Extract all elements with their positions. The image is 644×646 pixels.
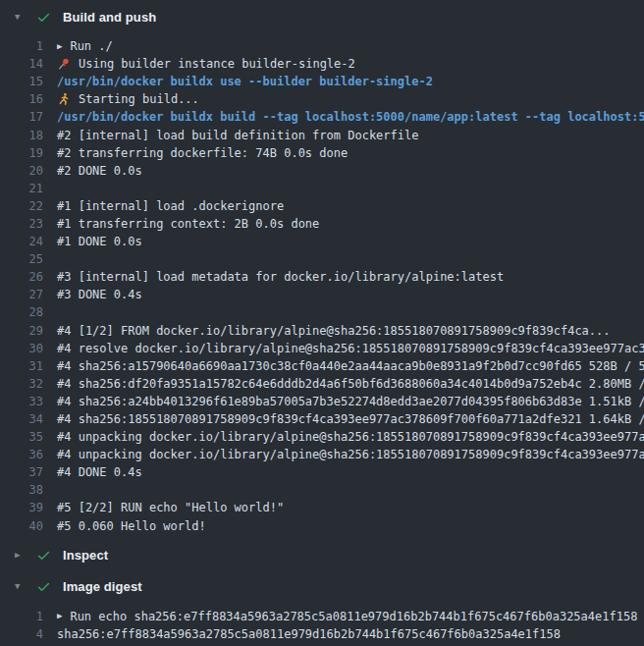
line-number[interactable]: 20 (0, 164, 43, 178)
section-header-build-and-push[interactable]: ▼Build and push (0, 6, 644, 27)
line-number[interactable]: 22 (0, 199, 43, 213)
line-number[interactable]: 27 (0, 288, 43, 301)
play-icon[interactable]: ▶ (57, 612, 62, 620)
log-line: 28 (0, 303, 644, 321)
line-content: #1 DONE 0.0s (57, 235, 142, 248)
line-number[interactable]: 21 (0, 182, 43, 195)
log-line: 31#4 sha256:a15790640a6690aa1730c38cf0a4… (0, 357, 644, 375)
log-line: 25 (0, 250, 644, 268)
line-number[interactable]: 32 (0, 377, 43, 391)
line-number[interactable]: 30 (0, 342, 43, 355)
log-text: #4 unpacking docker.io/library/alpine@sh… (57, 448, 644, 461)
log-text: #2 transferring dockerfile: 74B 0.0s don… (57, 146, 348, 160)
log-line: 39#5 [2/2] RUN echo "Hello world!" (0, 499, 644, 516)
log-line: 33#4 sha256:a24bb4013296f61e89ba57005a7b… (0, 393, 644, 410)
line-number[interactable]: 4 (0, 627, 43, 641)
log-line: 30#4 resolve docker.io/library/alpine@sh… (0, 340, 644, 357)
log-line: 27#3 DONE 0.4s (0, 286, 644, 303)
line-number[interactable]: 16 (0, 92, 43, 106)
line-content: #4 sha256:a24bb4013296f61e89ba57005a7b3e… (57, 395, 644, 408)
log-line: 40#5 0.060 Hello world! (0, 517, 644, 535)
section-header-image-digest[interactable]: ▼Image digest (0, 576, 644, 598)
line-number[interactable]: 33 (0, 395, 43, 408)
log-line: 35#4 unpacking docker.io/library/alpine@… (0, 428, 644, 446)
log-text: #5 0.060 Hello world! (57, 519, 206, 533)
chevron-down-icon[interactable]: ▼ (15, 13, 27, 22)
chevron-right-icon[interactable]: ▶ (15, 551, 27, 560)
line-number[interactable]: 29 (0, 324, 43, 338)
log-text: #1 DONE 0.0s (57, 235, 142, 248)
log-line: 1▶Run echo sha256:e7ff8834a5963a2785c5a0… (0, 608, 644, 625)
line-content: /usr/bin/docker buildx build --tag local… (57, 110, 644, 124)
log-text: #4 resolve docker.io/library/alpine@sha2… (57, 342, 644, 355)
line-number[interactable]: 24 (0, 235, 43, 248)
log-text: #4 sha256:a24bb4013296f61e89ba57005a7b3e… (57, 395, 644, 408)
log-line: 26#3 [internal] load metadata for docker… (0, 268, 644, 286)
line-number[interactable]: 26 (0, 270, 43, 284)
line-content: ▶Run echo sha256:e7ff8834a5963a2785c5a08… (57, 610, 637, 623)
line-number[interactable]: 1 (0, 610, 43, 623)
line-content: #4 unpacking docker.io/library/alpine@sh… (57, 448, 644, 461)
line-number[interactable]: 31 (0, 359, 43, 373)
chevron-down-icon[interactable]: ▼ (15, 582, 27, 591)
log-text: #5 [2/2] RUN echo "Hello world!" (57, 501, 284, 514)
line-number[interactable]: 38 (0, 483, 43, 497)
command-text: /usr/bin/docker buildx build --tag local… (57, 110, 644, 124)
line-content: #1 [internal] load .dockerignore (57, 199, 284, 213)
log-text: #4 sha256:185518070891758909c9f839cf4ca3… (57, 412, 644, 426)
line-content: #4 [1/2] FROM docker.io/library/alpine@s… (57, 324, 611, 338)
play-icon[interactable]: ▶ (57, 42, 62, 51)
log-line: 17/usr/bin/docker buildx build --tag loc… (0, 108, 644, 126)
log-text: #2 [internal] load build definition from… (57, 129, 418, 142)
line-content: #5 [2/2] RUN echo "Hello world!" (57, 501, 284, 514)
line-content: /usr/bin/docker buildx use --builder bui… (57, 75, 433, 88)
line-number[interactable]: 14 (0, 57, 43, 71)
check-icon (36, 548, 51, 563)
log-text: #4 sha256:df20fa9351a15782c64e6dddb2d4a6… (57, 377, 644, 391)
line-number[interactable]: 34 (0, 412, 43, 426)
line-content: #2 [internal] load build definition from… (57, 129, 418, 142)
line-content: #2 transferring dockerfile: 74B 0.0s don… (57, 146, 348, 160)
line-number[interactable]: 36 (0, 448, 43, 461)
log-text: sha256:e7ff8834a5963a2785c5a0811e979d16b… (57, 627, 561, 641)
check-icon (36, 10, 51, 25)
line-number[interactable]: 17 (0, 110, 43, 124)
line-content: ▶Run ./ (57, 39, 113, 53)
log-line: 29#4 [1/2] FROM docker.io/library/alpine… (0, 322, 644, 340)
log-line: 18#2 [internal] load build definition fr… (0, 126, 644, 143)
command-text: /usr/bin/docker buildx use --builder bui… (57, 75, 433, 88)
line-number[interactable]: 1 (0, 39, 43, 53)
line-content: sha256:e7ff8834a5963a2785c5a0811e979d16b… (57, 627, 561, 641)
log-line: 38 (0, 481, 644, 499)
log-line: 20#2 DONE 0.0s (0, 162, 644, 180)
check-icon (36, 579, 51, 594)
log-text: #4 sha256:a15790640a6690aa1730c38cf0a440… (57, 359, 644, 373)
section-title: Inspect (63, 548, 108, 563)
line-number[interactable]: 35 (0, 430, 43, 444)
log-line: 32#4 sha256:df20fa9351a15782c64e6dddb2d4… (0, 375, 644, 393)
pushpin-icon (57, 57, 72, 72)
line-number[interactable]: 23 (0, 217, 43, 231)
line-number[interactable]: 25 (0, 252, 43, 266)
line-content: #3 DONE 0.4s (57, 288, 142, 301)
log-line: 37#4 DONE 0.4s (0, 463, 644, 481)
line-number[interactable]: 40 (0, 519, 43, 533)
log-text: #1 [internal] load .dockerignore (57, 199, 284, 213)
log-line: 19#2 transferring dockerfile: 74B 0.0s d… (0, 144, 644, 162)
log-line: 22#1 [internal] load .dockerignore (0, 197, 644, 215)
line-number[interactable]: 19 (0, 146, 43, 160)
log-line: 36#4 unpacking docker.io/library/alpine@… (0, 446, 644, 463)
line-content: #3 [internal] load metadata for docker.i… (57, 270, 504, 284)
line-number[interactable]: 18 (0, 129, 43, 142)
line-number[interactable]: 15 (0, 75, 43, 88)
line-content: #4 unpacking docker.io/library/alpine@sh… (57, 430, 644, 444)
line-number[interactable]: 37 (0, 465, 43, 479)
line-content: #4 sha256:df20fa9351a15782c64e6dddb2d4a6… (57, 377, 644, 391)
line-content: #4 sha256:a15790640a6690aa1730c38cf0a440… (57, 359, 644, 373)
log-line: 15/usr/bin/docker buildx use --builder b… (0, 73, 644, 90)
log-lines-build-and-push: 1▶Run ./14Using builder instance builder… (0, 37, 644, 535)
section-header-inspect[interactable]: ▶Inspect (0, 545, 644, 566)
line-number[interactable]: 39 (0, 501, 43, 514)
line-number[interactable]: 28 (0, 305, 43, 319)
log-text: #2 DONE 0.0s (57, 164, 142, 178)
